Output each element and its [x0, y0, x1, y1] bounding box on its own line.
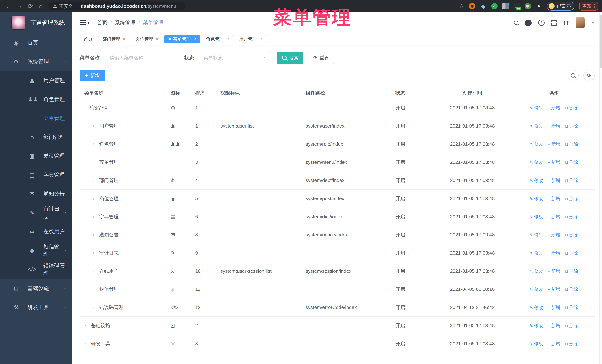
sidebar-item-role[interactable]: ♟♟角色管理 — [0, 90, 72, 109]
breadcrumb-item[interactable]: 首页 — [97, 19, 108, 26]
tab-post[interactable]: 岗位管理× — [131, 35, 162, 43]
chevron-right-icon[interactable]: › — [93, 123, 99, 129]
monkey-extension-icon[interactable] — [525, 3, 531, 9]
chevron-right-icon[interactable]: › — [93, 250, 99, 256]
edit-link[interactable]: ✎修改 — [530, 105, 543, 110]
forward-icon[interactable]: → — [14, 3, 25, 10]
menu-name-input[interactable] — [105, 52, 176, 64]
add-link[interactable]: +新增 — [548, 287, 560, 292]
collapse-sidebar-icon[interactable] — [80, 20, 89, 25]
font-size-icon[interactable]: tT — [563, 20, 569, 26]
update-button[interactable]: 更新 — [579, 2, 598, 10]
puzzle-icon[interactable]: ✦ — [536, 3, 542, 9]
home-icon[interactable]: ⌂ — [36, 3, 46, 10]
delete-link[interactable]: ⊔删除 — [565, 178, 578, 183]
delete-link[interactable]: ⊔删除 — [565, 214, 578, 219]
tab-role[interactable]: 角色管理× — [202, 35, 233, 43]
add-link[interactable]: +新增 — [548, 232, 560, 237]
tab-close-icon[interactable]: × — [194, 36, 196, 42]
reload-icon[interactable]: ⟳ — [25, 2, 36, 10]
app-logo[interactable]: 芋道管理系统 — [0, 12, 72, 33]
add-link[interactable]: +新增 — [548, 250, 560, 256]
sidebar-item-dict[interactable]: ▤字典管理 — [0, 166, 72, 184]
chevron-down-icon[interactable]: › — [82, 107, 88, 109]
add-link[interactable]: +新增 — [548, 124, 560, 128]
delete-link[interactable]: ⊔删除 — [565, 142, 578, 147]
delete-link[interactable]: ⊔删除 — [565, 269, 578, 274]
tab-dept[interactable]: 部门管理× — [98, 35, 129, 43]
sidebar-item-online[interactable]: ∞在线用户 — [0, 222, 72, 241]
split-extension-icon[interactable]: ◆ — [502, 3, 509, 9]
edit-link[interactable]: ✎修改 — [530, 323, 543, 328]
show-search-button[interactable] — [568, 70, 579, 81]
status-select[interactable]: 菜单状态 › — [199, 52, 271, 64]
delete-link[interactable]: ⊔删除 — [565, 160, 578, 165]
add-link[interactable]: +新增 — [548, 105, 560, 110]
chevron-right-icon[interactable]: › — [84, 323, 91, 328]
edit-link[interactable]: ✎修改 — [530, 196, 543, 201]
tab-close-icon[interactable]: × — [259, 36, 262, 42]
tab-close-icon[interactable]: × — [123, 36, 125, 42]
orange-extension-icon[interactable] — [469, 3, 475, 9]
sidebar-item-user[interactable]: ♟用户管理 — [0, 71, 72, 90]
gem-extension-icon[interactable]: ◆ — [480, 3, 486, 9]
chevron-right-icon[interactable]: › — [93, 214, 99, 219]
search-button[interactable]: 搜索 — [277, 52, 303, 64]
chevron-right-icon[interactable]: › — [93, 159, 99, 165]
chevron-down-icon[interactable] — [591, 22, 595, 24]
edit-link[interactable]: ✎修改 — [530, 287, 543, 292]
back-icon[interactable]: ← — [3, 3, 14, 10]
delete-link[interactable]: ⊔删除 — [565, 250, 578, 256]
chevron-right-icon[interactable]: › — [93, 268, 99, 274]
refresh-table-button[interactable]: ⟳ — [583, 70, 595, 81]
delete-link[interactable]: ⊔删除 — [565, 341, 578, 346]
reset-button[interactable]: ⟳ 重置 — [308, 52, 334, 64]
add-link[interactable]: +新增 — [548, 196, 560, 201]
edit-link[interactable]: ✎修改 — [530, 178, 543, 183]
chevron-right-icon[interactable]: › — [93, 177, 99, 183]
add-link[interactable]: +新增 — [548, 160, 560, 165]
add-link[interactable]: +新增 — [548, 142, 560, 147]
sidebar-item-audit[interactable]: ✎审计日志› — [0, 203, 72, 222]
delete-link[interactable]: ⊔删除 — [565, 232, 578, 237]
address-bar[interactable]: ⚠ 不安全 dashboard.yudao.iocoder.cn /system… — [48, 2, 185, 10]
chevron-right-icon[interactable]: › — [93, 196, 99, 201]
chevron-right-icon[interactable]: › — [93, 141, 99, 147]
github-icon[interactable] — [525, 20, 532, 26]
sidebar-item-errorcode[interactable]: </>错误码管理 — [0, 260, 72, 279]
delete-link[interactable]: ⊔删除 — [565, 196, 578, 201]
add-link[interactable]: +新增 — [548, 214, 560, 219]
add-button[interactable]: + 新增 — [80, 70, 105, 81]
search-icon[interactable] — [514, 21, 518, 25]
tab-user[interactable]: 用户管理× — [235, 35, 266, 43]
help-icon[interactable]: ? — [538, 20, 545, 26]
edit-link[interactable]: ✎修改 — [530, 341, 543, 346]
sidebar-item-sms[interactable]: ◈短信管理› — [0, 241, 72, 260]
delete-link[interactable]: ⊔删除 — [565, 105, 578, 110]
user-avatar[interactable] — [576, 17, 585, 28]
chevron-right-icon[interactable]: › — [93, 305, 99, 310]
scrollbar-thumb[interactable] — [600, 14, 602, 68]
edit-link[interactable]: ✎修改 — [530, 305, 543, 310]
page-scrollbar[interactable] — [599, 12, 602, 364]
edit-link[interactable]: ✎修改 — [530, 160, 543, 165]
delete-link[interactable]: ⊔删除 — [565, 124, 578, 128]
chevron-right-icon[interactable]: › — [93, 232, 99, 238]
edit-link[interactable]: ✎修改 — [530, 124, 543, 128]
sidebar-item-notice[interactable]: ✉通知公告 — [0, 184, 72, 203]
sidebar-item-menu[interactable]: ≣菜单管理 — [0, 109, 72, 128]
fullscreen-icon[interactable] — [551, 20, 557, 26]
star-icon[interactable]: ☆ — [459, 3, 464, 10]
sidebar-item-home[interactable]: ◉首页 — [0, 33, 72, 52]
edit-link[interactable]: ✎修改 — [530, 269, 543, 274]
add-link[interactable]: +新增 — [548, 178, 560, 183]
sidebar-item-infra[interactable]: ⊡基础设施› — [0, 279, 72, 298]
sidebar-item-post[interactable]: ▣岗位管理 — [0, 147, 72, 166]
edit-link[interactable]: ✎修改 — [530, 232, 543, 237]
edit-link[interactable]: ✎修改 — [530, 250, 543, 256]
chevron-right-icon[interactable]: › — [93, 286, 99, 292]
green-check-extension-icon[interactable]: ✓ — [491, 3, 497, 9]
breadcrumb-item[interactable]: 系统管理 — [115, 19, 136, 26]
add-link[interactable]: +新增 — [548, 305, 560, 310]
add-link[interactable]: +新增 — [548, 323, 560, 328]
